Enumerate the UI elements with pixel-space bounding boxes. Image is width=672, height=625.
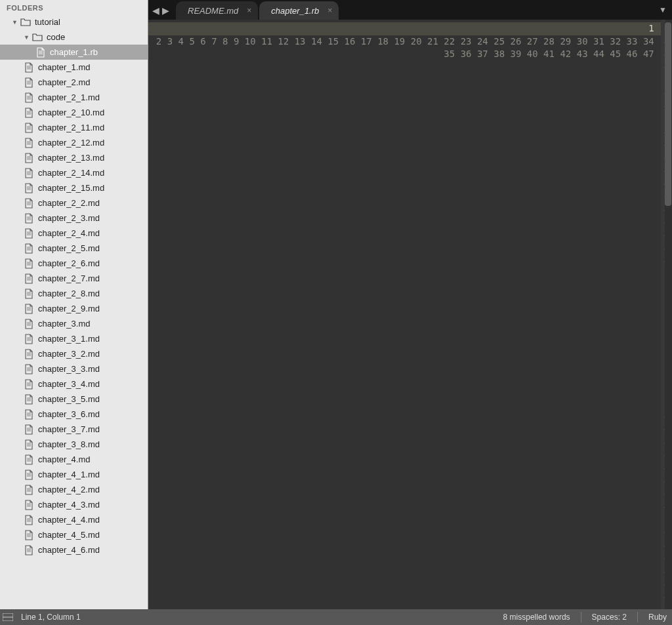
line-number[interactable]: 40 [527,49,538,59]
line-number[interactable]: 30 [577,36,588,47]
line-number[interactable]: 45 [610,49,621,59]
file-item[interactable]: chapter_2_6.md [0,256,148,271]
syntax-status[interactable]: Ruby [646,613,669,622]
file-item[interactable]: chapter_3_5.md [0,392,148,407]
file-item[interactable]: chapter_2_5.md [0,241,148,256]
line-number[interactable]: 24 [477,36,488,47]
line-number[interactable]: 44 [593,49,604,59]
indent-status[interactable]: Spaces: 2 [589,613,629,622]
line-number[interactable]: 46 [627,49,638,59]
line-number[interactable]: 21 [427,36,438,47]
file-item[interactable]: chapter_2_9.md [0,301,148,316]
file-item[interactable]: chapter_4_2.md [0,482,148,497]
sidebar-tree[interactable]: ▼tutorial▼codechapter_1.rbchapter_1.mdch… [0,14,148,609]
file-item[interactable]: chapter_2_3.md [0,211,148,226]
editor-scrollbar[interactable] [665,20,672,609]
line-number[interactable]: 1 [148,22,661,35]
folder-item[interactable]: ▼code [0,30,148,45]
spellcheck-status[interactable]: 8 misspelled words [501,613,573,622]
line-number[interactable]: 41 [543,49,555,59]
file-item[interactable]: chapter_4_6.md [0,542,148,557]
line-number[interactable]: 19 [394,36,405,47]
nav-forward-icon[interactable]: ▶ [162,5,169,16]
line-number[interactable]: 34 [643,36,654,47]
line-number[interactable]: 42 [560,49,571,59]
tab[interactable]: chapter_1.rb× [259,1,339,20]
file-item[interactable]: chapter_2_12.md [0,135,148,150]
file-item[interactable]: chapter_3.md [0,316,148,331]
line-number[interactable]: 4 [178,36,184,47]
file-item[interactable]: chapter_1.rb [0,45,148,60]
line-number[interactable]: 8 [222,36,228,47]
line-number[interactable]: 12 [278,36,289,47]
disclosure-icon[interactable]: ▼ [24,34,30,41]
line-number[interactable]: 23 [461,36,472,47]
line-number[interactable]: 20 [411,36,422,47]
file-item[interactable]: chapter_4_4.md [0,512,148,527]
file-item[interactable]: chapter_2_11.md [0,120,148,135]
line-number[interactable]: 33 [627,36,638,47]
line-number[interactable]: 11 [261,36,272,47]
file-item[interactable]: chapter_4_5.md [0,527,148,542]
line-number[interactable]: 17 [361,36,372,47]
line-number[interactable]: 13 [295,36,306,47]
disclosure-icon[interactable]: ▼ [12,19,18,26]
file-item[interactable]: chapter_3_1.md [0,331,148,346]
file-item[interactable]: chapter_2_8.md [0,286,148,301]
line-number[interactable]: 43 [577,49,588,59]
line-number[interactable]: 39 [511,49,522,59]
file-item[interactable]: chapter_2_4.md [0,226,148,241]
file-item[interactable]: chapter_3_6.md [0,407,148,422]
file-item[interactable]: chapter_2_7.md [0,271,148,286]
line-number[interactable]: 14 [311,36,322,47]
file-item[interactable]: chapter_4_3.md [0,497,148,512]
line-number[interactable]: 37 [477,49,488,59]
line-number[interactable]: 15 [327,36,339,47]
folder-item[interactable]: ▼tutorial [0,14,148,30]
close-icon[interactable]: × [247,6,251,15]
file-item[interactable]: chapter_2_15.md [0,180,148,195]
line-number[interactable]: 36 [461,49,472,59]
file-item[interactable]: chapter_2_2.md [0,195,148,211]
file-item[interactable]: chapter_1.md [0,60,148,75]
file-item[interactable]: chapter_2_14.md [0,165,148,180]
line-number[interactable]: 29 [560,36,571,47]
line-number[interactable]: 35 [444,49,455,59]
line-number[interactable]: 7 [211,36,217,47]
line-number[interactable]: 3 [167,36,173,47]
panel-switch-icon[interactable] [3,613,13,621]
file-item[interactable]: chapter_3_7.md [0,422,148,437]
file-item[interactable]: chapter_2_1.md [0,90,148,105]
line-number[interactable]: 9 [234,36,239,47]
line-number[interactable]: 6 [200,36,205,47]
line-number[interactable]: 47 [643,49,654,59]
line-number[interactable]: 32 [610,36,621,47]
file-item[interactable]: chapter_4.md [0,452,148,467]
tab-dropdown-icon[interactable]: ▼ [659,5,667,14]
line-number[interactable]: 22 [444,36,455,47]
file-item[interactable]: chapter_3_8.md [0,437,148,452]
file-item[interactable]: chapter_2_10.md [0,105,148,120]
line-number[interactable]: 28 [543,36,555,47]
nav-back-icon[interactable]: ◀ [152,5,159,16]
close-icon[interactable]: × [327,6,332,15]
line-number[interactable]: 2 [156,36,161,47]
file-item[interactable]: chapter_2.md [0,75,148,90]
file-item[interactable]: chapter_3_2.md [0,346,148,361]
line-number[interactable]: 10 [245,36,256,47]
line-number[interactable]: 5 [189,36,194,47]
file-item[interactable]: chapter_4_1.md [0,467,148,482]
cursor-position[interactable]: Line 1, Column 1 [18,613,83,622]
line-number[interactable]: 26 [511,36,522,47]
line-number[interactable]: 18 [377,36,388,47]
line-number[interactable]: 16 [345,36,356,47]
line-number[interactable]: 27 [527,36,538,47]
tab[interactable]: README.md× [176,1,258,20]
line-number[interactable]: 31 [593,36,604,47]
file-item[interactable]: chapter_2_13.md [0,150,148,165]
line-number[interactable]: 25 [494,36,505,47]
file-item[interactable]: chapter_3_4.md [0,376,148,392]
line-number[interactable]: 38 [494,49,505,59]
gutter[interactable]: 1 2 3 4 5 6 7 8 9 10 11 12 13 14 15 16 1… [148,20,661,609]
file-item[interactable]: chapter_3_3.md [0,361,148,376]
